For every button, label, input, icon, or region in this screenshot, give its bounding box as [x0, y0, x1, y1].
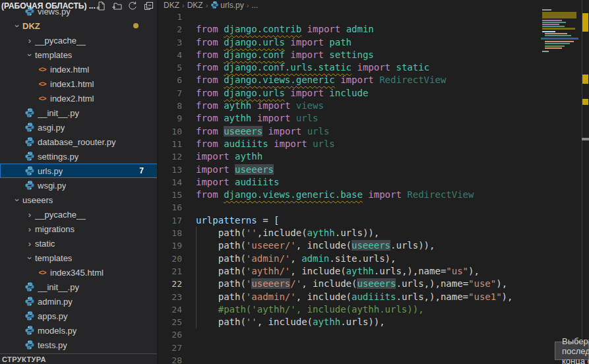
code-text[interactable]: #path('aythh/', include(aythh.urls)),: [196, 303, 424, 316]
code-line-16[interactable]: 16: [160, 201, 578, 214]
breadcrumb-item-urls.py[interactable]: urls.py: [210, 1, 243, 10]
code-text[interactable]: from django.urls import include: [196, 87, 368, 100]
tree-item-index345.html[interactable]: <>index345.html: [0, 265, 158, 280]
chevron-right-icon[interactable]: ›: [24, 239, 35, 249]
code-line-25[interactable]: 25 path('', include(aythh.urls)),: [160, 316, 578, 328]
line-number[interactable]: 20: [160, 253, 182, 265]
code-text[interactable]: from django.views.generic.base import Re…: [196, 189, 474, 201]
line-number[interactable]: 28: [160, 354, 182, 364]
line-number[interactable]: 14: [160, 176, 182, 189]
tree-item-__init__.py[interactable]: __init__.py: [0, 106, 158, 120]
overview-ruler[interactable]: [582, 0, 589, 364]
line-number[interactable]: 5: [160, 61, 182, 74]
line-number[interactable]: 24: [160, 303, 182, 316]
code-line-7[interactable]: 7from django.urls import include: [160, 87, 578, 100]
chevron-down-icon[interactable]: ›: [25, 49, 35, 60]
tree-item-useeers[interactable]: ›useeers: [0, 193, 158, 207]
tree-item-wsgi.py[interactable]: wsgi.py: [0, 178, 158, 193]
code-line-9[interactable]: 9from aythh import urls: [160, 112, 578, 125]
tree-item-__init__.py[interactable]: __init__.py: [0, 280, 158, 294]
code-text[interactable]: from audiiits import urls: [196, 138, 335, 150]
line-number[interactable]: 17: [160, 214, 182, 227]
line-number[interactable]: 19: [160, 239, 182, 252]
code-text[interactable]: from useeers import urls: [196, 125, 329, 138]
code-area[interactable]: 12from django.contrib import admin3from …: [160, 11, 578, 364]
tree-item-database_roouter.py[interactable]: database_roouter.py: [0, 135, 158, 149]
tree-item-migrations[interactable]: ›migrations: [0, 222, 158, 236]
code-line-14[interactable]: 14import audiiits: [160, 176, 578, 189]
code-text[interactable]: import aythh: [196, 150, 263, 163]
line-number[interactable]: 9: [160, 112, 182, 125]
code-line-3[interactable]: 3from django.urls import path: [160, 36, 578, 49]
code-line-15[interactable]: 15from django.views.generic.base import …: [160, 189, 578, 201]
breadcrumb-item-...[interactable]: ...: [251, 1, 258, 10]
outline-section-header[interactable]: СТРУКТУРА: [0, 353, 158, 364]
line-number[interactable]: 6: [160, 74, 182, 86]
code-line-20[interactable]: 20 path('admin/', admin.site.urls),: [160, 253, 578, 265]
chevron-right-icon[interactable]: ›: [24, 224, 35, 234]
tree-item-index.html[interactable]: <>index.html: [0, 62, 158, 76]
tree-item-apps.py[interactable]: apps.py: [0, 309, 158, 323]
code-line-12[interactable]: 12import aythh: [160, 150, 578, 163]
chevron-right-icon[interactable]: ›: [24, 36, 35, 46]
code-text[interactable]: path('useeer/', include(useeers.urls)),: [196, 239, 435, 252]
breadcrumb-item-DKZ[interactable]: DKZ: [187, 1, 203, 10]
tree-item-index2.html[interactable]: <>index2.html: [0, 91, 158, 106]
new-folder-icon[interactable]: [111, 1, 122, 11]
code-text[interactable]: import useeers: [196, 164, 274, 176]
code-line-22[interactable]: 22 path('useeers/', include(useeers.urls…: [160, 278, 578, 290]
line-number[interactable]: 26: [160, 328, 182, 341]
code-text[interactable]: from django.conf import settings: [196, 49, 374, 61]
code-line-17[interactable]: 17urlpatterns = [: [160, 214, 578, 227]
code-line-8[interactable]: 8from aythh import views: [160, 100, 578, 112]
code-line-21[interactable]: 21 path('aythh/', include(aythh.urls,),n…: [160, 265, 578, 278]
code-text[interactable]: path('useeers/', include(useeers.urls,),…: [196, 278, 507, 290]
breadcrumb-item-DKZ[interactable]: DKZ: [164, 1, 179, 10]
line-number[interactable]: 8: [160, 100, 182, 112]
code-text[interactable]: from django.conf.urls.static import stat…: [196, 61, 429, 74]
line-number[interactable]: 23: [160, 291, 182, 303]
tree-item-urls.py[interactable]: urls.py7: [0, 164, 158, 178]
chevron-down-icon[interactable]: ›: [25, 253, 35, 263]
code-line-11[interactable]: 11from audiiits import urls: [160, 138, 578, 150]
line-number[interactable]: 12: [160, 150, 182, 163]
chevron-down-icon[interactable]: ›: [13, 20, 22, 31]
tree-item-templates[interactable]: ›templates: [0, 47, 158, 62]
code-text[interactable]: path('admin/', admin.site.urls),: [196, 253, 396, 265]
new-file-icon[interactable]: [96, 1, 106, 11]
line-number[interactable]: 27: [160, 342, 182, 354]
tree-item-models.py[interactable]: models.py: [0, 323, 158, 338]
code-text[interactable]: from aythh import urls: [196, 112, 318, 125]
code-line-28[interactable]: 28: [160, 354, 578, 364]
code-text[interactable]: from django.urls import path: [196, 36, 352, 49]
code-line-1[interactable]: 1: [160, 11, 578, 23]
line-number[interactable]: 4: [160, 49, 182, 61]
code-line-19[interactable]: 19 path('useeer/', include(useeers.urls)…: [160, 239, 578, 252]
code-text[interactable]: from django.contrib import admin: [196, 23, 374, 36]
code-line-23[interactable]: 23 path('aadmin/', include(audiiits.urls…: [160, 291, 578, 303]
tree-item-admin.py[interactable]: admin.py: [0, 294, 158, 309]
code-text[interactable]: from aythh import views: [196, 100, 324, 112]
tree-item-index1.html[interactable]: <>index1.html: [0, 76, 158, 91]
code-line-10[interactable]: 10from useeers import urls: [160, 125, 578, 138]
tree-item-static[interactable]: ›static: [0, 236, 158, 251]
code-text[interactable]: import audiiits: [196, 176, 279, 189]
line-number[interactable]: 7: [160, 87, 182, 100]
code-text[interactable]: urlpatterns = [: [196, 214, 279, 227]
line-number[interactable]: 11: [160, 138, 182, 150]
tree-item-asgi.py[interactable]: asgi.py: [0, 120, 158, 135]
line-number[interactable]: 21: [160, 265, 182, 278]
tree-item-tests.py[interactable]: tests.py: [0, 338, 158, 352]
line-number[interactable]: 25: [160, 316, 182, 328]
code-text[interactable]: path('aythh/', include(aythh.urls,),name…: [196, 265, 480, 278]
code-text[interactable]: path('aadmin/', include(audiiits.urls,),…: [196, 291, 512, 303]
line-number[interactable]: 3: [160, 36, 182, 49]
chevron-down-icon[interactable]: ›: [13, 195, 22, 205]
tree-item-__pycache__[interactable]: ›__pycache__: [0, 207, 158, 222]
refresh-icon[interactable]: [127, 1, 138, 11]
tree-item-templates[interactable]: ›templates: [0, 251, 158, 265]
line-number[interactable]: 1: [160, 11, 182, 23]
line-number[interactable]: 10: [160, 125, 182, 138]
code-line-18[interactable]: 18 path('',include(aythh.urls)),: [160, 227, 578, 239]
code-text[interactable]: path('', include(aythh.urls)),: [196, 316, 385, 328]
